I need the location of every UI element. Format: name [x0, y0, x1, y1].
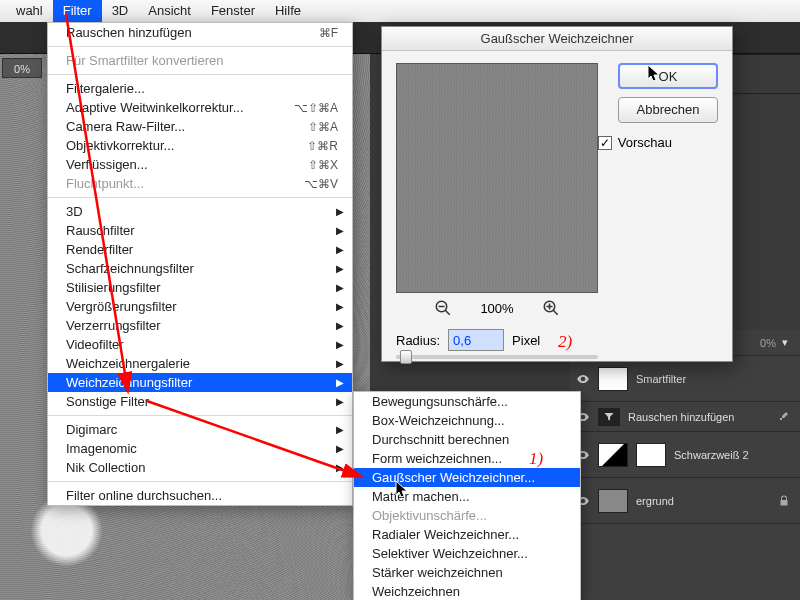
submenu-imagenomic[interactable]: Imagenomic▶	[48, 439, 352, 458]
chevron-right-icon: ▶	[336, 320, 344, 331]
submenu-render[interactable]: Renderfilter▶	[48, 240, 352, 259]
filter-menu: Rauschen hinzufügen⌘F Für Smartfilter ko…	[47, 22, 353, 506]
menu-bar: wahl Filter 3D Ansicht Fenster Hilfe	[0, 0, 800, 22]
submenu-blur-gallery[interactable]: Weichzeichnergalerie▶	[48, 354, 352, 373]
chevron-right-icon: ▶	[336, 462, 344, 473]
mask-thumb	[636, 443, 666, 467]
blur-smart[interactable]: Selektiver Weichzeichner...	[354, 544, 580, 563]
chevron-right-icon: ▶	[336, 377, 344, 388]
layer-label: Schwarzweiß 2	[674, 449, 749, 461]
chevron-right-icon: ▶	[336, 206, 344, 217]
menu-item-wideangle[interactable]: Adaptive Weitwinkelkorrektur...⌥⇧⌘A	[48, 98, 352, 117]
radius-slider[interactable]	[396, 355, 598, 359]
radius-input[interactable]	[448, 329, 504, 351]
zoom-out-icon[interactable]	[434, 299, 452, 317]
submenu-stylize[interactable]: Stilisierungsfilter▶	[48, 278, 352, 297]
radius-label: Radius:	[396, 333, 440, 348]
submenu-3d[interactable]: 3D▶	[48, 202, 352, 221]
blur-submenu: Bewegungsunschärfe... Box-Weichzeichnung…	[353, 391, 581, 600]
blur-basic[interactable]: Weichzeichnen	[354, 582, 580, 600]
chevron-right-icon: ▶	[336, 396, 344, 407]
preview-checkbox-label: Vorschau	[618, 135, 672, 150]
layer-label: ergrund	[636, 495, 674, 507]
chevron-down-icon[interactable]: ▾	[782, 336, 788, 349]
layer-thumb	[598, 489, 628, 513]
menu-select[interactable]: wahl	[6, 0, 53, 22]
chevron-right-icon: ▶	[336, 301, 344, 312]
submenu-sharpen[interactable]: Scharfzeichnungsfilter▶	[48, 259, 352, 278]
chevron-right-icon: ▶	[336, 263, 344, 274]
menu-view[interactable]: Ansicht	[138, 0, 201, 22]
menu-item-last-filter[interactable]: Rauschen hinzufügen⌘F	[48, 23, 352, 42]
layers-panel: 0%▾ Smartfilter Rauschen hinzufügen Schw…	[570, 330, 800, 600]
blur-motion[interactable]: Bewegungsunschärfe...	[354, 392, 580, 411]
submenu-other[interactable]: Sonstige Filter▶	[48, 392, 352, 411]
chevron-right-icon: ▶	[336, 443, 344, 454]
checkbox-icon: ✓	[598, 136, 612, 150]
visibility-icon[interactable]	[576, 372, 590, 386]
layer-row-smartfilter[interactable]: Smartfilter	[570, 356, 800, 402]
blur-matte[interactable]: Matter machen...	[354, 487, 580, 506]
blur-radial[interactable]: Radialer Weichzeichner...	[354, 525, 580, 544]
edit-icon[interactable]	[778, 411, 790, 423]
gaussian-blur-dialog: Gaußscher Weichzeichner OK Abbrechen ✓ V…	[381, 26, 733, 362]
layer-row-background[interactable]: ergrund	[570, 478, 800, 524]
menu-item-camera-raw[interactable]: Camera Raw-Filter...⇧⌘A	[48, 117, 352, 136]
layer-label: Rauschen hinzufügen	[628, 411, 734, 423]
menu-item-filter-gallery[interactable]: Filtergalerie...	[48, 79, 352, 98]
zoom-in-icon[interactable]	[542, 299, 560, 317]
blur-shape[interactable]: Form weichzeichnen...	[354, 449, 580, 468]
menu-window[interactable]: Fenster	[201, 0, 265, 22]
layer-label: Smartfilter	[636, 373, 686, 385]
svg-line-1	[446, 310, 451, 315]
submenu-blur[interactable]: Weichzeichnungsfilter▶	[48, 373, 352, 392]
submenu-distort[interactable]: Verzerrungsfilter▶	[48, 316, 352, 335]
svg-line-4	[553, 310, 558, 315]
menu-filter[interactable]: Filter	[53, 0, 102, 22]
radius-unit: Pixel	[512, 333, 540, 348]
blur-more[interactable]: Stärker weichzeichnen	[354, 563, 580, 582]
submenu-video[interactable]: Videofilter▶	[48, 335, 352, 354]
submenu-nik[interactable]: Nik Collection▶	[48, 458, 352, 477]
menu-item-liquify[interactable]: Verflüssigen...⇧⌘X	[48, 155, 352, 174]
blur-box[interactable]: Box-Weichzeichnung...	[354, 411, 580, 430]
chevron-right-icon: ▶	[336, 358, 344, 369]
chevron-right-icon: ▶	[336, 282, 344, 293]
adjustment-thumb	[598, 443, 628, 467]
menu-item-convert-smartfilter: Für Smartfilter konvertieren	[48, 51, 352, 70]
cursor-icon	[395, 480, 409, 498]
menu-help[interactable]: Hilfe	[265, 0, 311, 22]
layer-row-bw[interactable]: Schwarzweiß 2	[570, 432, 800, 478]
zoom-value: 100%	[480, 301, 513, 316]
cancel-button[interactable]: Abbrechen	[618, 97, 718, 123]
chevron-right-icon: ▶	[336, 225, 344, 236]
chevron-right-icon: ▶	[336, 244, 344, 255]
submenu-pixelate[interactable]: Vergrößerungsfilter▶	[48, 297, 352, 316]
zoom-field[interactable]: 0%	[2, 58, 42, 78]
menu-3d[interactable]: 3D	[102, 0, 139, 22]
blur-lens: Objektivunschärfe...	[354, 506, 580, 525]
blur-average[interactable]: Durchschnitt berechnen	[354, 430, 580, 449]
submenu-noise[interactable]: Rauschfilter▶	[48, 221, 352, 240]
dialog-title: Gaußscher Weichzeichner	[382, 27, 732, 51]
menu-item-browse-online[interactable]: Filter online durchsuchen...	[48, 486, 352, 505]
layer-row-noise[interactable]: Rauschen hinzufügen	[570, 402, 800, 432]
ok-button[interactable]: OK	[618, 63, 718, 89]
slider-knob[interactable]	[400, 350, 412, 364]
blur-gaussian[interactable]: Gaußscher Weichzeichner...	[354, 468, 580, 487]
filter-icon	[598, 408, 620, 426]
menu-item-vanishing-point: Fluchtpunkt...⌥⌘V	[48, 174, 352, 193]
menu-item-lens-correction[interactable]: Objektivkorrektur...⇧⌘R	[48, 136, 352, 155]
chevron-right-icon: ▶	[336, 339, 344, 350]
chevron-right-icon: ▶	[336, 424, 344, 435]
layer-thumb	[598, 367, 628, 391]
preview-checkbox[interactable]: ✓ Vorschau	[598, 135, 672, 150]
dialog-preview[interactable]	[396, 63, 598, 293]
lock-icon	[778, 495, 790, 507]
cursor-icon	[647, 64, 661, 82]
submenu-digimarc[interactable]: Digimarc▶	[48, 420, 352, 439]
opacity-value[interactable]: 0%	[760, 337, 776, 349]
